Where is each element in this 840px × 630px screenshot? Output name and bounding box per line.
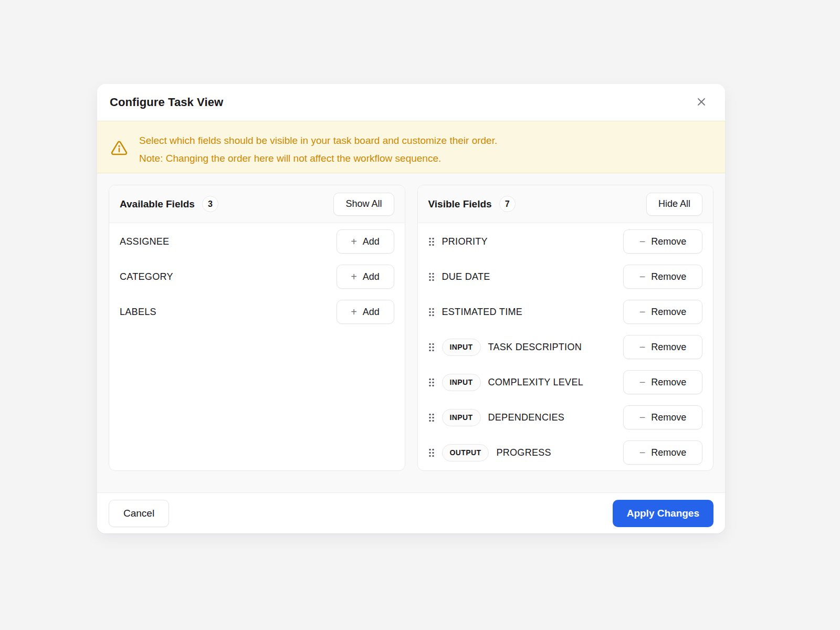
available-fields-list: ASSIGNEE + Add CATEGORY + Add LABELS + A… xyxy=(109,223,405,470)
remove-field-button[interactable]: − Remove xyxy=(623,229,702,254)
field-label: CATEGORY xyxy=(120,271,173,282)
field-label: PROGRESS xyxy=(496,447,551,458)
configure-task-view-dialog: Configure Task View Select wh xyxy=(97,84,725,533)
warning-triangle-icon xyxy=(111,140,128,159)
available-field-row: LABELS + Add xyxy=(120,300,394,324)
field-label: ESTIMATED TIME xyxy=(442,307,523,318)
apply-changes-button[interactable]: Apply Changes xyxy=(613,500,713,527)
remove-button-label: Remove xyxy=(651,271,686,282)
field-label: COMPLEXITY LEVEL xyxy=(488,377,584,388)
add-field-button[interactable]: + Add xyxy=(337,265,394,289)
available-fields-title-group: Available Fields 3 xyxy=(120,196,218,212)
minus-icon: − xyxy=(639,412,646,423)
close-icon xyxy=(696,96,707,109)
remove-button-label: Remove xyxy=(651,377,686,388)
plus-icon: + xyxy=(351,307,357,317)
visible-field-row: INPUT COMPLEXITY LEVEL − Remove xyxy=(428,370,703,394)
drag-handle-icon[interactable] xyxy=(428,271,435,283)
drag-handle-icon[interactable] xyxy=(428,236,435,248)
remove-button-label: Remove xyxy=(651,342,686,353)
dialog-header: Configure Task View xyxy=(97,84,725,121)
remove-field-button[interactable]: − Remove xyxy=(623,335,702,359)
visible-fields-title-group: Visible Fields 7 xyxy=(428,196,516,212)
remove-field-button[interactable]: − Remove xyxy=(623,300,702,324)
warning-banner: Select which fields should be visible in… xyxy=(97,121,725,173)
available-field-row: ASSIGNEE + Add xyxy=(120,229,394,254)
minus-icon: − xyxy=(639,447,646,458)
available-fields-count-badge: 3 xyxy=(202,196,218,212)
visible-field-row-left: OUTPUT PROGRESS xyxy=(428,444,551,461)
field-type-badge: INPUT xyxy=(442,374,481,391)
field-type-badge: OUTPUT xyxy=(442,444,489,461)
visible-fields-panel: Visible Fields 7 Hide All PRIORITY − Rem… xyxy=(417,185,714,471)
available-fields-header: Available Fields 3 Show All xyxy=(109,185,405,223)
visible-field-row: OUTPUT PROGRESS − Remove xyxy=(428,440,703,465)
visible-fields-header: Visible Fields 7 Hide All xyxy=(418,185,713,223)
add-button-label: Add xyxy=(363,271,380,282)
add-field-button[interactable]: + Add xyxy=(337,300,394,324)
add-field-button[interactable]: + Add xyxy=(337,229,394,254)
add-button-label: Add xyxy=(363,236,380,247)
visible-fields-title: Visible Fields xyxy=(428,198,492,210)
field-label: LABELS xyxy=(120,307,156,318)
visible-field-row: PRIORITY − Remove xyxy=(428,229,703,254)
visible-field-row-left: INPUT DEPENDENCIES xyxy=(428,409,565,426)
minus-icon: − xyxy=(639,342,646,352)
hide-all-button[interactable]: Hide All xyxy=(646,193,702,216)
add-button-label: Add xyxy=(363,307,380,318)
show-all-button[interactable]: Show All xyxy=(333,193,394,216)
field-label: DEPENDENCIES xyxy=(488,412,565,423)
dialog-body: Available Fields 3 Show All ASSIGNEE + A… xyxy=(97,173,725,492)
warning-text-line1: Select which fields should be visible in… xyxy=(139,132,497,150)
dialog-title: Configure Task View xyxy=(110,96,223,109)
warning-text-line2: Note: Changing the order here will not a… xyxy=(139,150,497,167)
visible-fields-list: PRIORITY − Remove DUE DATE − Remove xyxy=(418,223,713,470)
field-type-badge: INPUT xyxy=(442,339,481,356)
remove-button-label: Remove xyxy=(651,412,686,423)
drag-handle-icon[interactable] xyxy=(428,306,435,318)
available-field-row: CATEGORY + Add xyxy=(120,265,394,289)
field-label: PRIORITY xyxy=(442,236,488,247)
visible-fields-count-badge: 7 xyxy=(499,196,516,212)
plus-icon: + xyxy=(351,236,357,247)
drag-handle-icon[interactable] xyxy=(428,412,435,424)
drag-handle-icon[interactable] xyxy=(428,341,435,353)
remove-field-button[interactable]: − Remove xyxy=(623,405,702,429)
remove-button-label: Remove xyxy=(651,307,686,318)
visible-field-row: INPUT TASK DESCRIPTION − Remove xyxy=(428,335,703,359)
minus-icon: − xyxy=(639,271,646,282)
drag-handle-icon[interactable] xyxy=(428,376,435,388)
visible-field-row: DUE DATE − Remove xyxy=(428,265,703,289)
minus-icon: − xyxy=(639,377,646,387)
cancel-button[interactable]: Cancel xyxy=(109,500,169,527)
visible-field-row: INPUT DEPENDENCIES − Remove xyxy=(428,405,703,429)
visible-field-row-left: ESTIMATED TIME xyxy=(428,306,523,318)
remove-field-button[interactable]: − Remove xyxy=(623,370,702,394)
remove-field-button[interactable]: − Remove xyxy=(623,440,702,465)
remove-button-label: Remove xyxy=(651,447,686,458)
field-label: DUE DATE xyxy=(442,271,490,282)
field-label: TASK DESCRIPTION xyxy=(488,342,582,353)
available-fields-panel: Available Fields 3 Show All ASSIGNEE + A… xyxy=(109,185,405,471)
minus-icon: − xyxy=(639,307,646,317)
close-button[interactable] xyxy=(692,93,710,111)
visible-field-row: ESTIMATED TIME − Remove xyxy=(428,300,703,324)
minus-icon: − xyxy=(639,236,646,247)
visible-field-row-left: INPUT TASK DESCRIPTION xyxy=(428,339,582,356)
drag-handle-icon[interactable] xyxy=(428,447,435,459)
visible-field-row-left: DUE DATE xyxy=(428,271,490,283)
field-label: ASSIGNEE xyxy=(120,236,169,247)
warning-text: Select which fields should be visible in… xyxy=(139,132,497,167)
visible-field-row-left: PRIORITY xyxy=(428,236,488,248)
available-fields-title: Available Fields xyxy=(120,198,195,210)
remove-button-label: Remove xyxy=(651,236,686,247)
dialog-footer: Cancel Apply Changes xyxy=(97,492,725,533)
field-type-badge: INPUT xyxy=(442,409,481,426)
visible-field-row-left: INPUT COMPLEXITY LEVEL xyxy=(428,374,584,391)
plus-icon: + xyxy=(351,271,357,282)
remove-field-button[interactable]: − Remove xyxy=(623,265,702,289)
page-background: Configure Task View Select wh xyxy=(0,0,840,630)
